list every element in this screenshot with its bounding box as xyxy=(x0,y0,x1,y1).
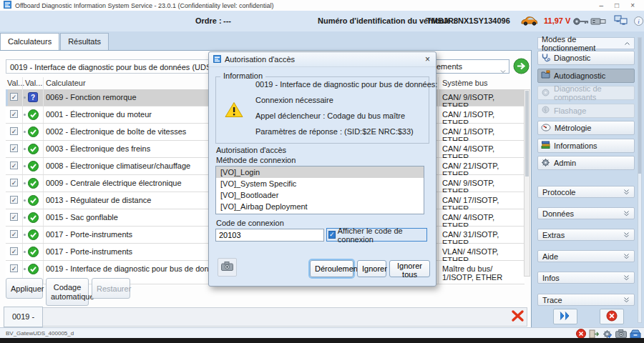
main-tabstrip: Calculateurs Résultats xyxy=(0,32,109,50)
row-checkbox[interactable]: ✓ xyxy=(10,247,18,255)
maximize-button[interactable]: □ xyxy=(615,1,619,9)
sidebar-section-extras[interactable]: Extras xyxy=(537,229,635,241)
row-dot xyxy=(24,268,26,270)
method-item[interactable]: [VO]_Airbag Deployment xyxy=(216,201,424,212)
odis-window: Offboard Diagnostic Information System S… xyxy=(0,0,644,343)
row-checkbox[interactable]: ✓ xyxy=(10,110,18,118)
info-group-label: Information xyxy=(220,71,265,80)
method-item[interactable]: [VO]_Bootloader xyxy=(216,189,424,201)
apply-button[interactable]: Appliquer xyxy=(6,278,43,299)
show-code-label: Afficher le code de connexion xyxy=(338,227,426,244)
red-x-circle-icon xyxy=(606,310,618,324)
abort-x-icon[interactable] xyxy=(511,309,525,322)
network-icon xyxy=(614,15,628,27)
tab-resultats[interactable]: Résultats xyxy=(60,33,109,50)
checkbox-checked-icon[interactable]: ✓ xyxy=(328,231,336,239)
continue-button[interactable] xyxy=(553,309,577,324)
row-dot xyxy=(24,114,26,116)
ecu-name: 0015 - Sac gonflable xyxy=(46,213,118,222)
sidebar-item-diagnostic-de-composants: Diagnostic de composants xyxy=(537,86,635,100)
sidebar: Modes de fonctionnement DiagnosticAutodi… xyxy=(532,34,644,327)
battery-voltage: 11,97 V xyxy=(544,16,570,25)
show-code-checkbox[interactable]: ✓ Afficher le code de connexion xyxy=(326,228,427,242)
tab-calculateurs[interactable]: Calculateurs xyxy=(0,33,59,50)
row-dot xyxy=(24,131,26,133)
deroulement-button[interactable]: Déroulement xyxy=(310,260,353,277)
sidebar-scrollbar[interactable] xyxy=(638,37,642,323)
row-checkbox[interactable]: ✓ xyxy=(10,93,18,101)
sidebar-section-trace[interactable]: Trace xyxy=(537,294,635,306)
status-ok-icon xyxy=(28,109,39,121)
chevron-double-down-icon xyxy=(623,296,630,304)
connection-method-list: [VO]_Login[VO]_System Specific[VO]_Bootl… xyxy=(215,166,424,214)
sidebar-item-admin[interactable]: Admin xyxy=(537,156,635,170)
minimize-button[interactable]: – xyxy=(600,1,604,9)
screenshot-button[interactable] xyxy=(218,258,237,277)
ecu-name: 0002 - Électronique de boîte de vitesses xyxy=(46,127,186,136)
ignore-button[interactable]: Ignorer xyxy=(357,260,386,277)
chevron-down-icon xyxy=(500,64,506,77)
column-divider xyxy=(438,77,439,89)
sidebar-item-m-trologie[interactable]: Métrologie xyxy=(537,121,635,135)
col-systeme-bus[interactable]: Système bus xyxy=(442,79,488,87)
auto-coding-button[interactable]: Codage automatique xyxy=(46,278,89,306)
sidebar-item-label: Métrologie xyxy=(555,124,591,132)
sidebar-section-label: Trace xyxy=(542,296,562,304)
ecu-name: 0017 - Porte-instruments xyxy=(46,230,132,239)
ecu-name: 0019 - Interface de diagnostic pour bus … xyxy=(46,264,225,273)
info-icon: i xyxy=(634,16,643,27)
row-checkbox[interactable]: ✓ xyxy=(10,213,18,221)
status-ok-icon xyxy=(28,264,39,276)
status-question-icon: ? xyxy=(28,92,38,104)
close-button[interactable]: × xyxy=(630,1,635,9)
method-item[interactable]: [VO]_System Specific xyxy=(216,178,424,189)
table-scrollbar[interactable] xyxy=(524,89,530,277)
sidebar-item-diagnostic[interactable]: Diagnostic xyxy=(537,51,635,65)
double-arrow-icon xyxy=(558,311,572,323)
auth-section-label: Autorisation d'accès xyxy=(216,146,286,154)
cancel-diagnosis-button[interactable] xyxy=(600,309,624,324)
sidebar-section-donn-es[interactable]: Données xyxy=(537,207,635,219)
row-dot xyxy=(24,217,26,219)
scrollbar-thumb[interactable] xyxy=(638,38,641,174)
info-line: Paramètres de réponse : (SID:$2E NRC:$33… xyxy=(255,127,414,136)
sidebar-item-informations[interactable]: Informations xyxy=(537,139,635,153)
ecu-name: 0003 - Électronique des freins xyxy=(46,144,150,153)
app-icon xyxy=(4,1,11,10)
sidebar-section-infos[interactable]: Infos xyxy=(537,272,635,284)
sidebar-section-aide[interactable]: Aide xyxy=(537,250,635,262)
connection-code-input[interactable] xyxy=(215,229,324,242)
sidebar-section-label: Extras xyxy=(542,231,565,239)
dialog-close-icon[interactable]: × xyxy=(424,54,431,64)
sidebar-item-autodiagnostic[interactable]: Autodiagnostic xyxy=(537,69,635,83)
ecu-name: 0013 - Régulateur de distance xyxy=(46,196,151,204)
go-arrow-button[interactable] xyxy=(513,58,530,74)
status-ok-icon xyxy=(28,178,39,190)
row-checkbox[interactable]: ✓ xyxy=(10,179,18,187)
col-status[interactable]: Val... xyxy=(25,79,42,87)
sidebar-section-label: Aide xyxy=(542,252,558,261)
row-checkbox[interactable]: ✓ xyxy=(10,264,18,272)
gauge-icon xyxy=(541,123,551,134)
row-checkbox[interactable]: ✓ xyxy=(10,127,18,135)
sidebar-header-modes[interactable]: Modes de fonctionnement xyxy=(537,37,635,49)
row-checkbox[interactable]: ✓ xyxy=(10,144,18,152)
sidebar-section-protocole[interactable]: Protocole xyxy=(537,186,635,198)
ignore-all-button[interactable]: Ignorer tous xyxy=(389,260,430,277)
status-ok-icon xyxy=(28,247,39,259)
row-checkbox[interactable]: ✓ xyxy=(10,196,18,204)
row-checkbox[interactable]: ✓ xyxy=(10,230,18,238)
method-item[interactable]: [VO]_Login xyxy=(216,166,424,178)
ecu-name: 0001 - Électronique du moteur xyxy=(46,110,152,119)
ecu-name: 0009 - Centrale électrique électronique xyxy=(46,179,182,187)
dialog-title-bar[interactable]: Autorisation d'accès × xyxy=(209,52,436,67)
scrollbar-thumb[interactable] xyxy=(525,91,529,177)
col-calculateur[interactable]: Calculateur xyxy=(46,79,86,87)
row-checkbox[interactable]: ✓ xyxy=(10,161,18,169)
bottom-tab-bmc[interactable]: 0019 - BMC xyxy=(4,307,43,327)
event-filter-dropdown[interactable]: ements xyxy=(431,59,509,74)
status-ok-icon xyxy=(28,126,39,139)
taskbar-strip xyxy=(0,338,644,343)
car-icon xyxy=(520,16,539,28)
usb-icon xyxy=(590,17,606,27)
